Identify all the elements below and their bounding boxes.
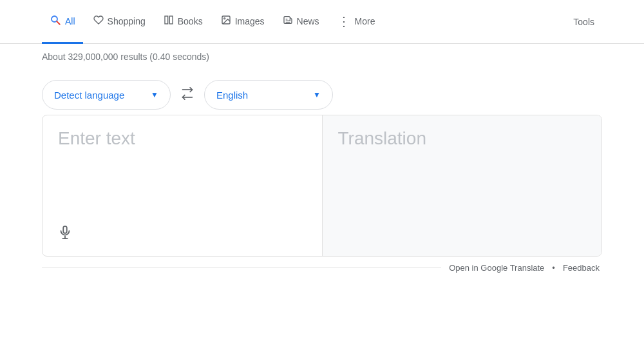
translate-widget: Detect language ▼ English ▼ Enter text bbox=[42, 80, 602, 273]
source-lang-label: Detect language bbox=[54, 90, 124, 101]
tab-images[interactable]: Images bbox=[213, 0, 272, 44]
more-dots-icon: ⋮ bbox=[337, 14, 351, 29]
svg-rect-3 bbox=[169, 16, 173, 24]
source-lang-chevron-icon: ▼ bbox=[151, 90, 158, 99]
svg-point-5 bbox=[223, 18, 225, 19]
input-panel[interactable]: Enter text bbox=[43, 115, 323, 256]
open-in-translate-link[interactable]: Open in Google Translate bbox=[449, 263, 544, 273]
svg-rect-2 bbox=[165, 16, 168, 24]
swap-icon bbox=[181, 87, 194, 103]
source-lang-dropdown[interactable]: Detect language ▼ bbox=[42, 80, 171, 110]
tab-shopping-label: Shopping bbox=[108, 16, 146, 26]
tab-images-label: Images bbox=[235, 16, 265, 26]
feedback-link[interactable]: Feedback bbox=[563, 263, 600, 273]
tab-all[interactable]: All bbox=[42, 0, 83, 44]
svg-line-1 bbox=[57, 21, 60, 24]
target-lang-chevron-icon: ▼ bbox=[313, 90, 321, 99]
output-panel: Translation bbox=[323, 115, 602, 256]
tab-books-label: Books bbox=[178, 16, 203, 26]
tab-all-label: All bbox=[65, 16, 75, 26]
news-icon bbox=[283, 15, 293, 27]
tab-more[interactable]: ⋮ More bbox=[330, 0, 383, 44]
mic-button[interactable] bbox=[58, 225, 72, 243]
tab-news[interactable]: News bbox=[275, 0, 327, 44]
tools-button[interactable]: Tools bbox=[565, 12, 602, 32]
search-icon bbox=[50, 14, 61, 28]
output-placeholder-text: Translation bbox=[338, 128, 587, 149]
nav-bar: All Shopping Books bbox=[0, 0, 644, 44]
tab-shopping[interactable]: Shopping bbox=[86, 0, 153, 44]
footer-separator: • bbox=[552, 263, 555, 273]
translate-header: Detect language ▼ English ▼ bbox=[42, 80, 602, 110]
shopping-icon bbox=[93, 15, 104, 27]
input-placeholder-text: Enter text bbox=[58, 128, 307, 149]
translate-footer: Open in Google Translate • Feedback bbox=[42, 263, 602, 273]
translate-body: Enter text Translation bbox=[42, 115, 602, 257]
tab-more-label: More bbox=[355, 16, 375, 26]
tab-news-label: News bbox=[297, 16, 319, 26]
swap-languages-button[interactable] bbox=[176, 83, 199, 106]
nav-tabs: All Shopping Books bbox=[42, 0, 383, 43]
svg-rect-8 bbox=[63, 226, 67, 233]
tab-books[interactable]: Books bbox=[156, 0, 211, 44]
books-icon bbox=[164, 15, 174, 27]
images-icon bbox=[221, 15, 231, 27]
results-summary: About 329,000,000 results (0.40 seconds) bbox=[0, 44, 644, 70]
target-lang-label: English bbox=[216, 90, 248, 101]
target-lang-dropdown[interactable]: English ▼ bbox=[204, 80, 333, 110]
footer-divider bbox=[42, 268, 441, 268]
